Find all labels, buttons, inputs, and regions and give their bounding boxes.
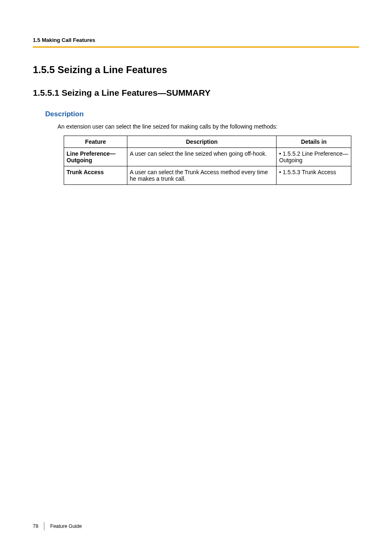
col-header-description: Description <box>127 136 276 148</box>
cell-details: • 1.5.5.2 Line Preference—Outgoing <box>277 148 351 166</box>
table-row: Trunk Access A user can select the Trunk… <box>64 166 351 185</box>
heading-sub: 1.5.5.1 Seizing a Line Features—SUMMARY <box>33 88 359 98</box>
heading-main: 1.5.5 Seizing a Line Features <box>33 64 359 76</box>
features-table: Feature Description Details in Line Pref… <box>64 136 351 185</box>
header-breadcrumb: 1.5 Making Call Features <box>33 37 359 43</box>
cell-details: • 1.5.5.3 Trunk Access <box>277 166 351 185</box>
footer: 78 Feature Guide <box>33 522 82 530</box>
footer-divider <box>44 522 44 530</box>
intro-text: An extension user can select the line se… <box>58 123 359 130</box>
table-header-row: Feature Description Details in <box>64 136 351 148</box>
col-header-feature: Feature <box>64 136 127 148</box>
footer-page-number: 78 <box>33 523 44 529</box>
col-header-details: Details in <box>277 136 351 148</box>
cell-feature: Trunk Access <box>64 166 127 185</box>
footer-title: Feature Guide <box>50 523 82 529</box>
cell-feature: Line Preference—Outgoing <box>64 148 127 166</box>
section-label-description: Description <box>45 110 359 118</box>
header-divider <box>33 46 359 48</box>
cell-description: A user can select the Trunk Access metho… <box>127 166 276 185</box>
table-row: Line Preference—Outgoing A user can sele… <box>64 148 351 166</box>
cell-description: A user can select the line seized when g… <box>127 148 276 166</box>
